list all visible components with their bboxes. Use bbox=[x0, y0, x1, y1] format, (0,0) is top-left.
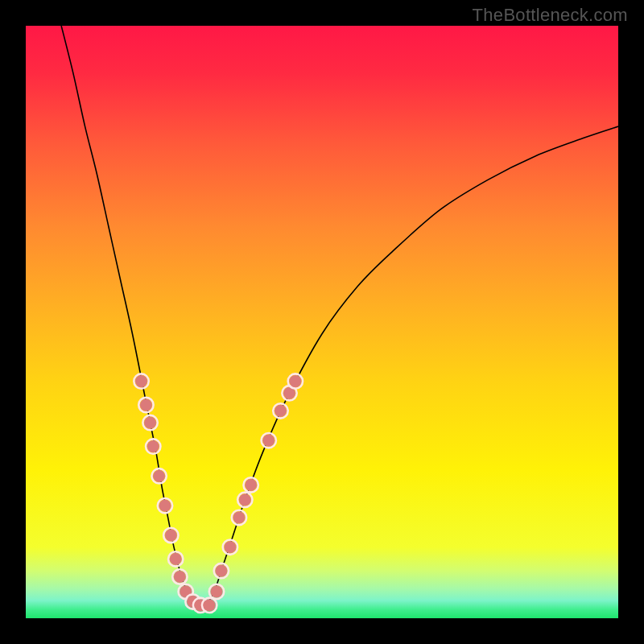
highlight-dot bbox=[144, 417, 156, 429]
highlight-dot bbox=[210, 585, 222, 597]
highlight-dots-group bbox=[134, 374, 303, 613]
highlight-dot bbox=[165, 529, 177, 541]
watermark-text: TheBottleneck.com bbox=[473, 5, 628, 26]
highlight-dot bbox=[159, 500, 171, 512]
highlight-dot bbox=[204, 599, 216, 611]
highlight-dot bbox=[135, 375, 147, 387]
highlight-dot bbox=[215, 565, 227, 577]
chart-frame bbox=[26, 26, 618, 618]
highlight-dot bbox=[224, 541, 236, 553]
highlight-dot bbox=[174, 571, 186, 583]
highlight-dot bbox=[170, 553, 182, 565]
bottleneck-curve bbox=[61, 26, 618, 607]
highlight-dot bbox=[140, 398, 152, 411]
highlight-dot bbox=[239, 493, 251, 506]
highlight-dot bbox=[262, 435, 275, 447]
highlight-dot bbox=[275, 405, 287, 417]
highlight-dot bbox=[233, 511, 245, 523]
highlight-dot bbox=[289, 375, 301, 387]
highlight-dot bbox=[245, 479, 257, 491]
highlight-dot bbox=[147, 440, 159, 452]
highlight-dot bbox=[153, 470, 165, 482]
chart-svg bbox=[26, 26, 618, 618]
